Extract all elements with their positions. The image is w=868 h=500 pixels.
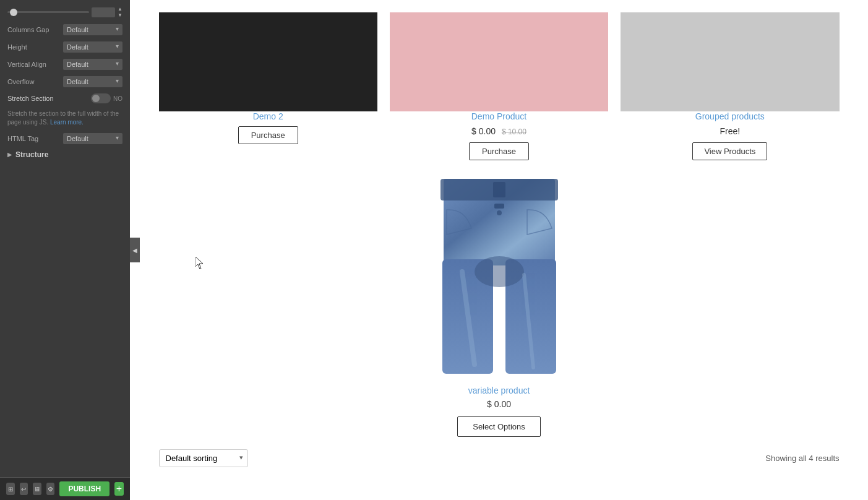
variable-product-price: $ 0.00	[487, 399, 511, 409]
product-card-grouped: Grouped products Free! View Products	[621, 12, 839, 160]
toggle-no-label: NO	[113, 95, 122, 102]
slider-row: ▲ ▼	[7, 6, 122, 18]
svg-point-9	[497, 210, 502, 215]
product-grouped-image	[621, 12, 839, 111]
product-demo-product-title[interactable]: Demo Product	[471, 111, 526, 121]
product-demo2-title[interactable]: Demo 2	[253, 111, 283, 121]
product-demo-product-image	[390, 12, 608, 111]
sidebar: ▲ ▼ Columns Gap Default Height Default	[0, 0, 130, 500]
toggle-thumb	[92, 95, 100, 102]
overflow-select-wrap: Default	[63, 76, 122, 87]
toggle-wrap: NO	[91, 93, 122, 103]
columns-gap-select[interactable]: Default	[63, 24, 122, 35]
undo-icon[interactable]: ↩	[20, 483, 28, 495]
layers-icon[interactable]: ⊞	[6, 483, 15, 495]
height-select[interactable]: Default	[63, 41, 122, 53]
vertical-align-label: Vertical Align	[7, 61, 63, 68]
svg-point-5	[475, 256, 524, 287]
html-tag-label: HTML Tag	[7, 135, 63, 142]
stretch-note: Stretch the section to the full width of…	[7, 110, 122, 127]
desktop-icon[interactable]: 🖥	[33, 483, 41, 495]
product-grouped-title[interactable]: Grouped products	[695, 111, 765, 121]
sidebar-content: ▲ ▼ Columns Gap Default Height Default	[0, 0, 130, 477]
overflow-row: Overflow Default	[7, 76, 122, 87]
publish-button[interactable]: PUBLISH	[59, 481, 110, 496]
html-tag-row: HTML Tag Default	[7, 133, 122, 144]
stretch-toggle[interactable]	[91, 93, 111, 103]
vertical-align-select[interactable]: Default	[63, 59, 122, 70]
slider-thumb[interactable]	[10, 9, 17, 16]
product-demo-product-price: $ 0.00 $ 10.00	[471, 126, 526, 136]
variable-product-section: variable product $ 0.00 Select Options	[376, 179, 623, 437]
slider-track[interactable]	[7, 11, 89, 13]
stretch-section-row: Stretch Section NO	[7, 93, 122, 103]
demo2-purchase-button[interactable]: Purchase	[238, 126, 298, 144]
height-select-wrap: Default	[63, 41, 122, 53]
variable-product-image	[431, 179, 567, 377]
variable-product-title[interactable]: variable product	[468, 386, 530, 395]
vertical-align-select-wrap: Default	[63, 59, 122, 70]
columns-gap-label: Columns Gap	[7, 26, 63, 33]
product-grid: Demo 2 Purchase Demo Product $ 0.00 $ 10…	[159, 12, 840, 160]
product-card-demo-product: Demo Product $ 0.00 $ 10.00 Purchase	[390, 12, 608, 160]
svg-rect-8	[494, 204, 504, 209]
product-demo2-image	[159, 12, 377, 111]
sorting-select-wrap: Default sorting Sort by popularity Sort …	[159, 449, 248, 467]
columns-gap-row: Columns Gap Default	[7, 24, 122, 35]
sorting-bar: Default sorting Sort by popularity Sort …	[159, 449, 840, 473]
select-options-button[interactable]: Select Options	[457, 416, 541, 437]
columns-gap-select-wrap: Default	[63, 24, 122, 35]
vertical-align-row: Vertical Align Default	[7, 59, 122, 70]
height-row: Height Default	[7, 41, 122, 53]
add-button[interactable]: +	[114, 482, 124, 496]
learn-more-link[interactable]: Learn more.	[50, 119, 84, 126]
demo-product-current-price: $ 0.00	[471, 126, 496, 136]
html-tag-select[interactable]: Default	[63, 133, 122, 144]
height-label: Height	[7, 43, 63, 51]
sorting-select[interactable]: Default sorting Sort by popularity Sort …	[159, 449, 248, 467]
overflow-select[interactable]: Default	[63, 76, 122, 87]
stepper-up[interactable]: ▲	[118, 6, 122, 12]
demo-product-purchase-button[interactable]: Purchase	[469, 142, 529, 160]
collapse-sidebar-button[interactable]: ◀	[130, 238, 140, 262]
stepper-down[interactable]: ▼	[118, 12, 122, 18]
product-card-demo2: Demo 2 Purchase	[159, 12, 377, 160]
product-grouped-price: Free!	[720, 126, 740, 136]
svg-rect-2	[493, 182, 505, 197]
results-text: Showing all 4 results	[765, 454, 839, 463]
main-content: Demo 2 Purchase Demo Product $ 0.00 $ 10…	[130, 0, 868, 500]
view-products-button[interactable]: View Products	[692, 142, 767, 160]
structure-section[interactable]: Structure	[7, 150, 122, 159]
slider-number-input[interactable]	[92, 7, 115, 17]
slider-wrap: ▲ ▼	[7, 6, 122, 18]
demo-product-original-price: $ 10.00	[502, 127, 526, 136]
stretch-section-label: Stretch Section	[7, 95, 54, 102]
html-tag-select-wrap: Default	[63, 133, 122, 144]
overflow-label: Overflow	[7, 78, 63, 85]
settings-icon[interactable]: ⚙	[46, 483, 55, 495]
bottom-bar: ⊞ ↩ 🖥 ⚙ PUBLISH +	[0, 477, 130, 500]
